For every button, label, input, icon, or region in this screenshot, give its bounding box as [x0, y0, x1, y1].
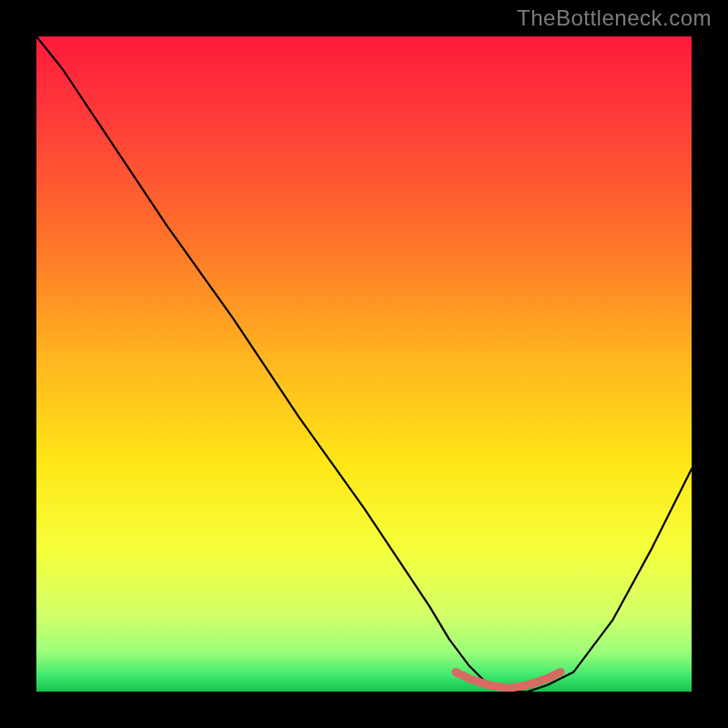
bottleneck-curve	[36, 36, 692, 692]
watermark-text: TheBottleneck.com	[517, 5, 712, 31]
chart-frame: TheBottleneck.com	[0, 0, 728, 728]
plot-area	[36, 36, 692, 692]
curve-layer	[36, 36, 692, 692]
